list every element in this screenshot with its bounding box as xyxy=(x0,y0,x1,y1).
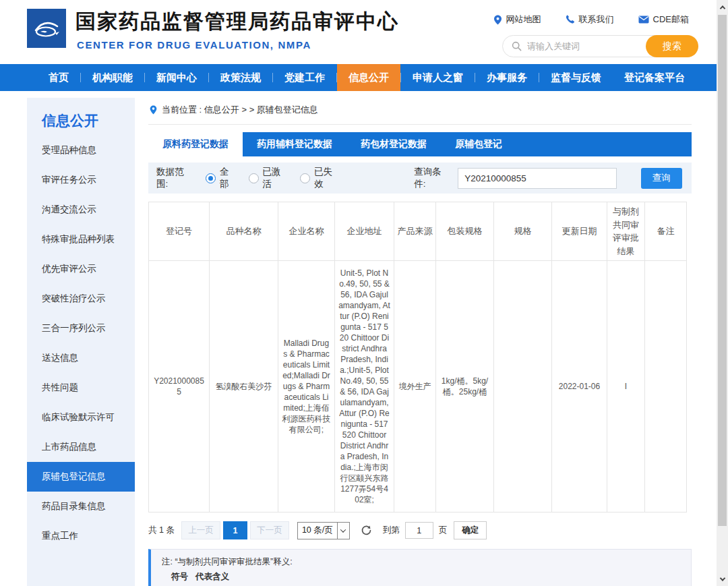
phone-icon xyxy=(566,15,575,24)
sidebar-item-special-approval[interactable]: 特殊审批品种列表 xyxy=(27,225,135,254)
page-size-select[interactable]: 10 条/页 xyxy=(297,522,350,539)
results-table: 登记号 品种名称 企业名称 企业地址 产品来源 包装规格 规格 更新日期 与制剂… xyxy=(148,202,687,512)
col-header-company-address: 企业地址 xyxy=(335,202,394,261)
sitemap-link[interactable]: 网站地图 xyxy=(493,13,541,26)
radio-option-expired[interactable]: 已失效 xyxy=(300,166,341,190)
search-button[interactable]: 搜索 xyxy=(646,35,698,57)
col-header-reg-no: 登记号 xyxy=(149,202,210,261)
scroll-up-icon[interactable] xyxy=(717,1,728,13)
prev-page-button[interactable]: 上一页 xyxy=(181,521,220,539)
sidebar-item-drug-catalog[interactable]: 药品目录集信息 xyxy=(27,492,135,521)
sidebar: 信息公开 受理品种信息 审评任务公示 沟通交流公示 特殊审批品种列表 优先审评公… xyxy=(27,98,135,586)
nav-item-news[interactable]: 新闻中心 xyxy=(145,64,208,91)
goto-page-suffix: 页 xyxy=(439,525,448,536)
search-input[interactable] xyxy=(522,41,646,51)
cell-update-date: 2022-01-06 xyxy=(552,261,607,512)
col-header-update-date: 更新日期 xyxy=(552,202,607,261)
sidebar-item-delivery-info[interactable]: 送达信息 xyxy=(27,343,135,373)
nav-item-supervision[interactable]: 监督与反馈 xyxy=(539,64,613,91)
sidebar-item-key-work[interactable]: 重点工作 xyxy=(27,521,135,551)
vertical-scrollbar[interactable] xyxy=(717,0,728,586)
content-area: 信息公开 受理品种信息 审评任务公示 沟通交流公示 特殊审批品种列表 优先审评公… xyxy=(0,91,728,586)
nav-item-services[interactable]: 办事服务 xyxy=(475,64,539,91)
location-pin-icon xyxy=(150,105,157,115)
cell-package-spec: 1kg/桶。5kg/桶。25kg/桶 xyxy=(436,261,494,512)
nav-item-home[interactable]: 首页 xyxy=(37,64,80,91)
nav-item-party[interactable]: 党建工作 xyxy=(273,64,336,91)
sidebar-item-common-questions[interactable]: 共性问题 xyxy=(27,373,135,403)
cell-company-address: Unit-5, Plot No.49, 50, 55 & 56, IDA Gaj… xyxy=(335,261,394,512)
sidebar-title: 信息公开 xyxy=(27,98,135,136)
radio-option-active[interactable]: 已激活 xyxy=(249,166,290,190)
scroll-down-icon[interactable] xyxy=(717,573,728,585)
sidebar-item-api-excipient-registration[interactable]: 原辅包登记信息 xyxy=(27,462,135,492)
goto-confirm-button[interactable]: 确定 xyxy=(454,521,487,539)
map-pin-icon xyxy=(493,15,502,25)
tab-excipient-registration-data[interactable]: 药用辅料登记数据 xyxy=(243,132,346,156)
note-header-row: 符号 代表含义 xyxy=(162,571,681,583)
nav-item-functions[interactable]: 机构职能 xyxy=(81,64,144,91)
query-button[interactable]: 查询 xyxy=(641,168,682,189)
sidebar-item-breakthrough-therapy[interactable]: 突破性治疗公示 xyxy=(27,284,135,314)
cde-mail-link[interactable]: CDE邮箱 xyxy=(638,13,689,26)
sidebar-item-marketed-drugs[interactable]: 上市药品信息 xyxy=(27,432,135,462)
col-header-product-name: 品种名称 xyxy=(210,202,278,261)
cell-reg-no: Y20210000855 xyxy=(149,261,210,512)
sidebar-item-review-tasks[interactable]: 审评任务公示 xyxy=(27,165,135,195)
pagination: 共 1 条 上一页 1 下一页 10 条/页 到第 页 确定 xyxy=(148,521,692,539)
cell-company-name: Malladi Drugs & Pharmaceuticals Limited;… xyxy=(278,261,335,512)
col-header-co-review-result: 与制剂共同审评审批结果 xyxy=(607,202,645,261)
total-count: 共 1 条 xyxy=(148,525,175,536)
breadcrumb: 当前位置 : 信息公开 > > 原辅包登记信息 xyxy=(148,98,692,125)
table-header-row: 登记号 品种名称 企业名称 企业地址 产品来源 包装规格 规格 更新日期 与制剂… xyxy=(149,202,687,261)
cell-co-review-result: I xyxy=(607,261,645,512)
sidebar-item-clinical-trial-license[interactable]: 临床试验默示许可 xyxy=(27,403,135,432)
col-header-spec: 规格 xyxy=(494,202,552,261)
nav-item-policy[interactable]: 政策法规 xyxy=(209,64,272,91)
tab-api-excipient-registration[interactable]: 原辅包登记 xyxy=(441,132,516,156)
sidebar-item-three-in-one[interactable]: 三合一序列公示 xyxy=(27,314,135,343)
cell-source: 境外生产 xyxy=(394,261,436,512)
contact-link[interactable]: 联系我们 xyxy=(566,13,614,26)
radio-expired[interactable] xyxy=(300,173,310,183)
refresh-icon[interactable] xyxy=(361,525,372,536)
note-col-symbol: 符号 xyxy=(162,571,194,583)
cde-logo xyxy=(27,9,66,48)
col-header-company-name: 企业名称 xyxy=(278,202,335,261)
header-search-bar: 搜索 xyxy=(502,35,698,57)
radio-all-label: 全部 xyxy=(220,166,237,190)
query-condition-input[interactable] xyxy=(458,168,616,189)
current-page-button[interactable]: 1 xyxy=(223,521,247,539)
goto-page-input[interactable] xyxy=(405,522,433,539)
radio-all[interactable] xyxy=(206,173,216,183)
sidebar-item-communication[interactable]: 沟通交流公示 xyxy=(27,195,135,225)
scope-label: 数据范围: xyxy=(156,166,195,190)
col-header-package-spec: 包装规格 xyxy=(436,202,494,261)
search-icon xyxy=(503,41,522,51)
next-page-button[interactable]: 下一页 xyxy=(250,521,289,539)
header-quick-links: 网站地图 联系我们 CDE邮箱 xyxy=(493,13,689,26)
nav-item-registration-platform[interactable]: 登记备案平台 xyxy=(613,64,696,91)
site-subtitle: CENTER FOR DRUG EVALUATION, NMPA xyxy=(77,39,311,51)
scrollbar-thumb[interactable] xyxy=(718,15,727,526)
legend-note: 注: “与制剂共同审评审批结果”释义: 符号 代表含义 A 已批准在上市制剂使用… xyxy=(148,549,692,586)
col-header-source: 产品来源 xyxy=(394,202,436,261)
page-size-value: 10 条/页 xyxy=(298,523,337,539)
sidebar-item-accepted-varieties[interactable]: 受理品种信息 xyxy=(27,136,135,165)
goto-page-label: 到第 xyxy=(383,525,400,536)
radio-option-all[interactable]: 全部 xyxy=(206,166,237,190)
cell-remark xyxy=(645,261,687,512)
sitemap-label: 网站地图 xyxy=(506,13,541,26)
sidebar-item-priority-review[interactable]: 优先审评公示 xyxy=(27,254,135,284)
cell-product-name: 氢溴酸右美沙芬 xyxy=(210,261,278,512)
nav-item-info-disclosure[interactable]: 信息公开 xyxy=(337,64,400,91)
query-bar: 数据范围: 全部 已激活 已失效 查询条件: 查询 xyxy=(148,163,692,194)
radio-active[interactable] xyxy=(249,173,259,183)
tab-api-registration-data[interactable]: 原料药登记数据 xyxy=(148,132,243,156)
tab-packaging-registration-data[interactable]: 药包材登记数据 xyxy=(346,132,441,156)
nav-item-applicant-window[interactable]: 申请人之窗 xyxy=(401,64,475,91)
cell-spec xyxy=(494,261,552,512)
main-navbar: 首页 机构职能 新闻中心 政策法规 党建工作 信息公开 申请人之窗 办事服务 监… xyxy=(0,64,728,91)
table-row: Y20210000855 氢溴酸右美沙芬 Malladi Drugs & Pha… xyxy=(149,261,687,512)
site-title: 国家药品监督管理局药品审评中心 xyxy=(75,8,399,36)
